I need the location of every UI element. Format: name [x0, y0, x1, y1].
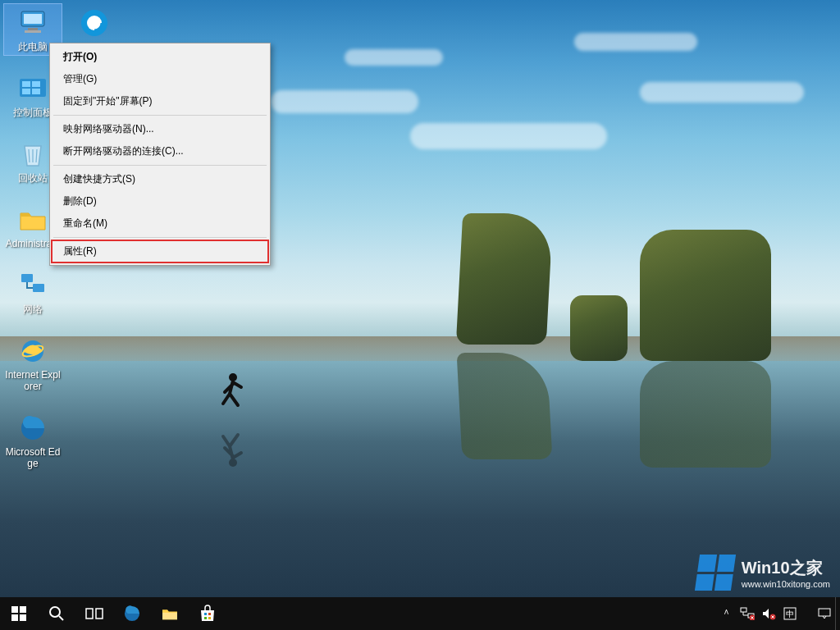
tray-overflow-button[interactable]: ＾ — [715, 597, 737, 630]
svg-rect-25 — [96, 609, 103, 619]
menu-item-map-network-drive[interactable]: 映射网络驱动器(N)... — [52, 118, 268, 140]
svg-rect-20 — [11, 614, 18, 621]
edge-icon — [121, 603, 143, 624]
edge-icon — [16, 412, 49, 445]
icon-label: 网络 — [23, 304, 43, 315]
show-desktop-button[interactable] — [835, 597, 840, 630]
icon-label: 此电脑 — [18, 41, 48, 52]
svg-rect-30 — [208, 617, 211, 619]
svg-rect-19 — [20, 606, 26, 613]
action-center-button[interactable] — [814, 597, 835, 630]
ime-icon: 中 — [783, 607, 797, 620]
icon-label: Internet Explorer — [5, 369, 61, 392]
task-view-button[interactable] — [75, 597, 113, 630]
svg-rect-28 — [208, 613, 211, 615]
menu-item-delete[interactable]: 删除(D) — [52, 190, 268, 212]
notification-icon — [817, 607, 832, 620]
svg-rect-21 — [20, 614, 26, 621]
wallpaper-rock — [456, 213, 553, 345]
svg-rect-37 — [819, 609, 830, 616]
menu-item-open[interactable]: 打开(O) — [52, 46, 268, 68]
svg-rect-7 — [22, 81, 30, 87]
task-view-icon — [85, 606, 103, 621]
icon-label: 回收站 — [18, 172, 48, 184]
tray-volume-button[interactable] — [758, 597, 779, 630]
desktop-icon-ie[interactable]: Internet Explorer — [4, 332, 62, 395]
desktop[interactable]: 此电脑 控制面板 回收站 Administra... 网络 — [0, 0, 840, 630]
menu-item-manage[interactable]: 管理(G) — [52, 68, 268, 90]
tencent-icon — [78, 7, 111, 39]
search-button[interactable] — [38, 597, 75, 630]
file-explorer-icon — [160, 604, 180, 623]
svg-rect-24 — [86, 609, 93, 619]
svg-rect-27 — [204, 613, 207, 615]
wallpaper-rock-reflection — [640, 361, 771, 468]
taskbar-app-edge[interactable] — [113, 597, 151, 630]
svg-rect-4 — [28, 28, 38, 30]
svg-rect-31 — [741, 608, 746, 612]
menu-item-pin-to-start[interactable]: 固定到"开始"屏幕(P) — [52, 90, 268, 112]
svg-rect-11 — [21, 274, 33, 282]
svg-rect-8 — [32, 81, 40, 87]
chevron-up-icon: ＾ — [721, 606, 732, 621]
svg-line-23 — [59, 616, 63, 620]
menu-item-rename[interactable]: 重命名(M) — [52, 212, 268, 235]
this-pc-icon — [16, 7, 49, 39]
svg-rect-18 — [11, 606, 18, 613]
tray-ime-button[interactable]: 中 — [779, 597, 801, 630]
control-panel-icon — [16, 72, 49, 105]
taskbar: ＾ 中 — [0, 597, 840, 630]
system-tray: ＾ 中 — [715, 597, 840, 630]
svg-point-22 — [50, 607, 60, 617]
volume-icon — [761, 607, 776, 620]
start-button[interactable] — [0, 597, 38, 630]
desktop-icon-tencent[interactable] — [66, 4, 123, 43]
menu-separator — [53, 237, 267, 238]
recycle-bin-icon — [16, 138, 49, 171]
desktop-icon-edge[interactable]: Microsoft Edge — [4, 409, 62, 472]
desktop-icons-column-2 — [66, 4, 123, 43]
tray-network-button[interactable] — [737, 597, 758, 630]
search-icon — [48, 605, 65, 622]
menu-separator — [53, 115, 267, 116]
context-menu: 打开(O) 管理(G) 固定到"开始"屏幕(P) 映射网络驱动器(N)... 断… — [49, 43, 271, 266]
svg-rect-12 — [33, 284, 44, 292]
icon-label: Microsoft Edge — [5, 446, 61, 469]
ie-icon — [16, 335, 49, 368]
svg-rect-5 — [25, 30, 41, 33]
menu-item-properties[interactable]: 属性(R) — [52, 240, 268, 262]
svg-rect-3 — [24, 14, 42, 24]
svg-rect-26 — [162, 613, 177, 619]
svg-rect-9 — [22, 89, 30, 94]
wallpaper-rock — [570, 295, 628, 361]
menu-item-disconnect-network-drive[interactable]: 断开网络驱动器的连接(C)... — [52, 140, 268, 162]
network-icon — [740, 607, 755, 620]
menu-item-create-shortcut[interactable]: 创建快捷方式(S) — [52, 168, 268, 190]
wallpaper-rock — [640, 230, 771, 361]
svg-rect-29 — [204, 617, 207, 619]
folder-icon — [16, 203, 49, 236]
svg-text:中: 中 — [786, 609, 794, 619]
taskbar-app-store[interactable] — [189, 597, 226, 630]
icon-label: 控制面板 — [13, 107, 52, 118]
svg-rect-10 — [32, 89, 40, 94]
desktop-icon-network[interactable]: 网络 — [4, 267, 62, 317]
network-icon — [16, 269, 49, 302]
menu-separator — [53, 165, 267, 166]
windows-logo-icon — [11, 606, 26, 621]
taskbar-app-explorer[interactable] — [151, 597, 189, 630]
store-icon — [199, 605, 217, 623]
